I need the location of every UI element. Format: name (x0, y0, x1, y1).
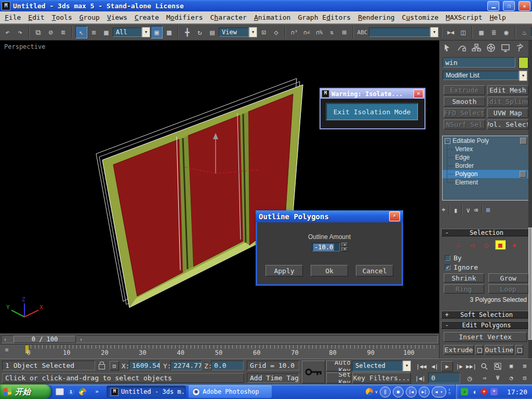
keyboard-shortcut-override-button[interactable]: ABC (356, 26, 368, 38)
show-end-result-icon[interactable]: ▮ (454, 206, 458, 214)
perspective-viewport[interactable]: Z Y X Perspective (0, 41, 439, 334)
modifier-button-edit-spline[interactable]: Edit Spline (487, 97, 529, 107)
taskbar-item-3dsmax[interactable]: M Untitled - 3ds m... (107, 385, 186, 398)
edit-named-selections-button[interactable]: ⊞ (338, 26, 350, 38)
remove-modifier-icon[interactable]: ⌫ (474, 206, 478, 214)
menu-group[interactable]: Group (76, 12, 103, 22)
current-frame-field[interactable]: 0 (428, 373, 460, 383)
close-button[interactable]: ✕ (518, 1, 530, 11)
menu-character[interactable]: Character (206, 12, 250, 22)
play-button[interactable]: ▶ (441, 361, 453, 371)
redo-button[interactable]: ↷ (14, 26, 26, 38)
modifier-button-uvw-map[interactable]: UVW Map (487, 108, 529, 118)
vertex-mode-icon[interactable]: ∴ (453, 240, 463, 249)
open-mini-curve-editor-icon[interactable]: ≡ (2, 346, 11, 353)
object-color-swatch[interactable] (518, 57, 528, 69)
warning-dialog-titlebar[interactable]: M Warning: Isolate... ✕ (321, 89, 424, 99)
modifier-button-edit-mesh[interactable]: Edit Mesh (487, 85, 529, 95)
go-to-start-button[interactable]: |◀◀ (415, 362, 428, 371)
curve-editor-button[interactable]: ▦ (475, 26, 487, 38)
previous-track-button[interactable]: |◀ (406, 387, 417, 397)
border-mode-icon[interactable]: ○ (481, 240, 491, 249)
select-and-link-button[interactable]: ⧉ (32, 26, 44, 38)
select-and-scale-button[interactable]: ▤ (206, 26, 218, 38)
absolute-offset-toggle[interactable]: ⊡ (110, 361, 119, 370)
zoom-extents-button[interactable]: ▣ (505, 361, 517, 371)
minimize-button[interactable] (487, 1, 499, 11)
close-icon[interactable]: ✕ (414, 89, 423, 98)
next-frame-arrow-icon[interactable]: › (77, 335, 85, 343)
create-tab[interactable] (441, 42, 454, 54)
panel-scrollbar[interactable] (528, 41, 532, 358)
key-mode-dropdown[interactable]: Selected ▼ (352, 361, 411, 371)
key-step-toggle[interactable]: |◀| (415, 374, 425, 383)
menu-tools[interactable]: Tools (48, 12, 76, 22)
ignore-backfacing-checkbox[interactable]: ✓ Ignore (445, 263, 478, 271)
selection-lock-icon[interactable] (99, 364, 105, 369)
use-center-button[interactable]: ⊡ (258, 26, 270, 38)
browser-quicklaunch-icon[interactable]: 1 (66, 387, 75, 396)
selection-rollout-header[interactable]: - Selection (441, 229, 530, 236)
zoom-extents-all-button[interactable]: ⊞ (518, 361, 531, 371)
named-selection-dropdown[interactable]: ▼ (369, 27, 438, 37)
outline-button[interactable]: Outline (485, 345, 514, 355)
key-filters-button[interactable]: Key Filters... (352, 373, 411, 383)
exit-isolation-mode-button[interactable]: Exit Isolation Mode (326, 103, 418, 120)
apply-button[interactable]: Apply (265, 265, 303, 276)
material-editor-button[interactable]: ◉ (500, 26, 512, 38)
edge-mode-icon[interactable]: ◁ (467, 240, 477, 249)
ok-button[interactable]: Ok (311, 265, 348, 276)
next-track-button[interactable]: ▶| (419, 387, 430, 397)
time-slider-handle[interactable]: 0 / 100 (14, 336, 76, 343)
pause-button[interactable]: ‖ (380, 387, 391, 397)
menu-graph-editors[interactable]: Graph Editors (294, 12, 354, 22)
rectangular-selection-region-button[interactable]: ▦ (100, 26, 112, 38)
auto-key-button[interactable]: Auto Key (326, 361, 351, 371)
modifier-button-extrude[interactable]: Extrude (444, 85, 485, 95)
next-frame-button[interactable]: |▶ (455, 362, 464, 371)
min-max-toggle-button[interactable]: ⊡ (518, 373, 531, 383)
chevron-down-icon[interactable]: ▼ (249, 27, 257, 37)
select-by-name-button[interactable]: ≡ (88, 26, 100, 38)
chevron-down-icon[interactable]: ▼ (430, 27, 438, 37)
stack-item-polygon[interactable]: Polygon (443, 170, 528, 178)
previous-frame-button[interactable]: ◀| (430, 362, 440, 371)
checkbox-icon[interactable] (445, 255, 450, 261)
loop-button[interactable]: Loop (488, 284, 529, 294)
window-crossing-toggle[interactable]: ▣ (151, 26, 163, 38)
menu-modifiers[interactable]: Modifiers (163, 12, 206, 22)
modifier-button-ffd-select[interactable]: FFD Select (444, 108, 485, 118)
display-tab[interactable] (499, 42, 512, 54)
field-of-view-button[interactable]: ◅ (478, 373, 490, 383)
element-mode-icon[interactable]: ◈ (509, 240, 520, 249)
hierarchy-tab[interactable] (470, 42, 483, 54)
spinner-down-icon[interactable]: ▼ (341, 247, 348, 251)
scrollbar-thumb[interactable] (528, 228, 532, 340)
time-configuration-button[interactable]: ◷ (464, 373, 475, 383)
extrude-button[interactable]: Extrude (444, 345, 474, 355)
selection-filter-dropdown[interactable]: All ▼ (113, 27, 150, 37)
stack-item-vertex[interactable]: Vertex (443, 145, 528, 153)
motion-tab[interactable] (485, 42, 498, 54)
antivirus-tray-icon[interactable]: ⚡ (461, 388, 468, 395)
modifier-list-dropdown[interactable]: Modifier List ▼ (443, 71, 527, 82)
reference-coordinate-dropdown[interactable]: View ▼ (219, 27, 257, 37)
angle-snap-button[interactable]: ∩∠ (301, 26, 313, 38)
outline-settings-icon[interactable] (515, 345, 523, 355)
close-icon[interactable]: ✕ (389, 211, 400, 221)
ime-tray-icon[interactable]: * (490, 388, 498, 395)
menu-customize[interactable]: Customize (398, 12, 442, 22)
viewport-label[interactable]: Perspective (4, 43, 45, 50)
select-and-rotate-button[interactable]: ↻ (194, 26, 206, 38)
pin-stack-icon[interactable]: ⌖ (442, 206, 445, 214)
configure-modifier-sets-icon[interactable]: ⊞ (486, 206, 490, 214)
percent-snap-button[interactable]: ∩% (313, 26, 325, 38)
utilities-tab[interactable] (514, 42, 527, 54)
deskband-restore-icon[interactable]: ❐ (448, 392, 450, 395)
modifier-button-nsurf-sel[interactable]: NSurf Sel (444, 119, 485, 129)
grow-button[interactable]: Grow (488, 273, 529, 283)
go-to-end-button[interactable]: ▶▶| (465, 362, 477, 371)
menu-rendering[interactable]: Rendering (354, 12, 398, 22)
stack-item-editable-poly[interactable]: - Editable Poly (443, 136, 528, 145)
menu-views[interactable]: Views (103, 12, 131, 22)
